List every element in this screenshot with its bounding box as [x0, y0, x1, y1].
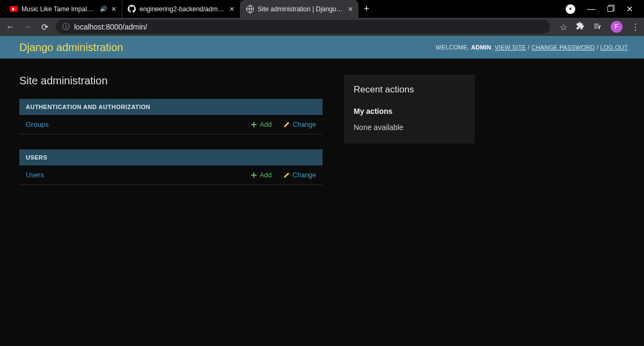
django-header: Django administration WELCOME, ADMIN. VI… [0, 36, 644, 59]
svg-rect-1 [608, 6, 613, 11]
browser-tab-active[interactable]: Site administration | Django site ✕ [240, 0, 358, 18]
media-icon[interactable] [593, 21, 602, 33]
browser-tabstrip: Music Like Tame Impala | Vol 🔊 ✕ enginee… [0, 0, 644, 18]
logout-link[interactable]: LOG OUT [600, 44, 628, 51]
browser-toolbar: ← → ⟳ ⓘ localhost:8000/admin/ ☆ F ⋮ [0, 18, 644, 36]
model-row: Users Add Change [19, 165, 323, 185]
change-link[interactable]: Change [283, 171, 316, 179]
back-button[interactable]: ← [4, 22, 16, 32]
minimize-icon[interactable]: — [587, 4, 596, 14]
window-controls: ▾ — ✕ [566, 0, 644, 18]
recent-actions-heading: Recent actions [354, 84, 465, 95]
app-caption[interactable]: USERS [19, 149, 323, 165]
github-icon [128, 5, 136, 13]
new-tab-button[interactable]: + [358, 0, 375, 18]
tab-title: Site administration | Django site [258, 5, 344, 13]
my-actions-heading: My actions [354, 107, 465, 116]
welcome-label: WELCOME, [436, 44, 469, 51]
site-info-icon[interactable]: ⓘ [62, 22, 70, 32]
app-module-users: USERS Users Add Change [19, 149, 323, 185]
add-link[interactable]: Add [251, 171, 272, 179]
extensions-icon[interactable] [576, 21, 584, 32]
tab-title: Music Like Tame Impala | Vol [21, 5, 96, 13]
address-bar[interactable]: ⓘ localhost:8000/admin/ [56, 20, 550, 34]
profile-avatar[interactable]: F [611, 21, 623, 33]
recent-actions-empty: None available [354, 123, 465, 132]
app-module-auth: AUTHENTICATION AND AUTHORIZATION Groups … [19, 99, 323, 134]
window-close-icon[interactable]: ✕ [626, 4, 633, 14]
audio-icon[interactable]: 🔊 [100, 5, 107, 12]
browser-tab[interactable]: engineering2-backend/admin.py ✕ [122, 0, 240, 18]
user-links: WELCOME, ADMIN. VIEW SITE / CHANGE PASSW… [436, 44, 628, 51]
forward-button[interactable]: → [21, 22, 33, 32]
site-title[interactable]: Django administration [19, 41, 123, 54]
close-icon[interactable]: ✕ [229, 5, 235, 13]
maximize-icon[interactable] [608, 4, 614, 14]
page-title: Site administration [19, 75, 323, 87]
plus-icon [251, 121, 257, 128]
browser-tab[interactable]: Music Like Tame Impala | Vol 🔊 ✕ [4, 0, 122, 18]
username: ADMIN [471, 44, 492, 51]
pencil-icon [283, 172, 290, 178]
url-text: localhost:8000/admin/ [74, 23, 147, 31]
change-password-link[interactable]: CHANGE PASSWORD [531, 44, 595, 51]
change-link[interactable]: Change [283, 121, 316, 128]
youtube-icon [10, 5, 18, 13]
view-site-link[interactable]: VIEW SITE [495, 44, 526, 51]
menu-icon[interactable]: ⋮ [631, 22, 640, 32]
bookmark-icon[interactable]: ☆ [560, 22, 567, 32]
svg-point-5 [598, 27, 599, 28]
model-link-groups[interactable]: Groups [26, 120, 239, 128]
model-row: Groups Add Change [19, 115, 323, 134]
model-link-users[interactable]: Users [26, 171, 239, 179]
close-icon[interactable]: ✕ [348, 5, 353, 13]
recent-actions-sidebar: Recent actions My actions None available [344, 75, 475, 143]
page-content: Django administration WELCOME, ADMIN. VI… [0, 36, 644, 346]
reload-button[interactable]: ⟳ [39, 22, 50, 32]
pencil-icon [283, 121, 290, 128]
account-icon[interactable]: ▾ [566, 4, 575, 14]
tab-title: engineering2-backend/admin.py [140, 5, 225, 13]
add-link[interactable]: Add [251, 121, 272, 128]
app-caption[interactable]: AUTHENTICATION AND AUTHORIZATION [19, 99, 323, 115]
globe-icon [246, 5, 254, 13]
app-list: Site administration AUTHENTICATION AND A… [19, 75, 323, 200]
plus-icon [251, 172, 257, 178]
close-icon[interactable]: ✕ [111, 5, 116, 13]
